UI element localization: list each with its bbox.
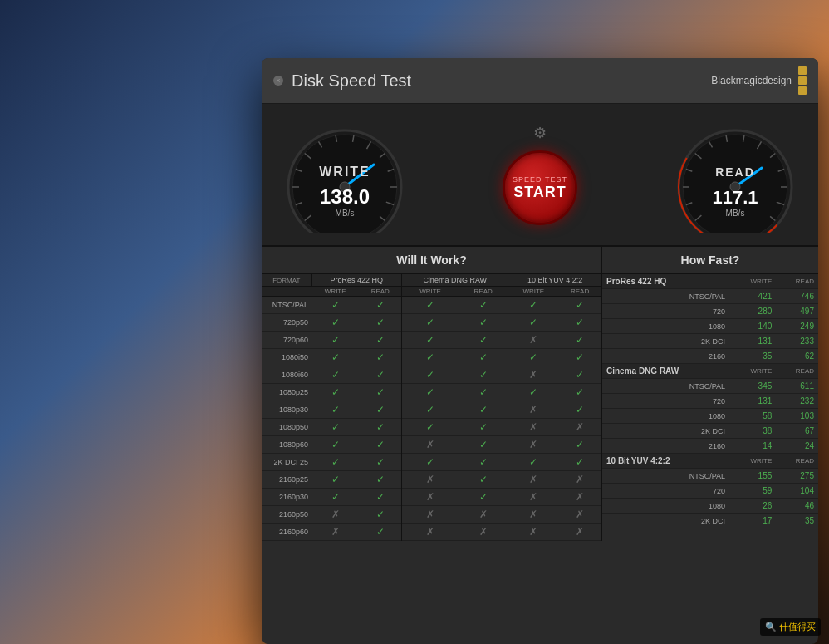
start-button[interactable]: SPEED TEST START <box>503 150 577 225</box>
table-row: NTSC/PAL✓✓✓✓✓✓ <box>262 297 601 314</box>
check-cell: ✓ <box>311 314 359 332</box>
format-label: 1080p50 <box>262 419 311 436</box>
check-cell: ✓ <box>359 454 401 471</box>
check-cell: ✓ <box>311 384 359 401</box>
gauge-section: WRITE 138.0 MB/s ⚙ SPEED TEST START <box>262 104 818 247</box>
hf-write-value: 421 <box>729 289 776 304</box>
check-cell: ✗ <box>558 489 601 506</box>
hf-data-row: NTSC/PAL345611 <box>602 379 818 394</box>
hf-read-value: 275 <box>776 469 818 484</box>
svg-text:MB/s: MB/s <box>336 209 355 218</box>
brand-icon <box>798 66 807 95</box>
hf-row-label: NTSC/PAL <box>602 289 729 304</box>
check-cell: ✗ <box>508 332 558 349</box>
check-cell: ✗ <box>558 524 601 541</box>
check-cell: ✓ <box>459 314 508 332</box>
check-cell: ✗ <box>402 471 459 489</box>
check-cell: ✓ <box>359 489 401 506</box>
format-label: 1080i60 <box>262 366 311 384</box>
start-big-text: START <box>513 184 567 201</box>
check-cell: ✓ <box>459 454 508 471</box>
gauge-middle: ⚙ SPEED TEST START <box>503 124 577 225</box>
format-label: 2160p30 <box>262 489 311 506</box>
check-cell: ✓ <box>558 332 601 349</box>
check-cell: ✓ <box>558 314 601 332</box>
col-format-header: FORMAT <box>262 274 311 287</box>
check-cell: ✓ <box>558 401 601 419</box>
check-cell: ✓ <box>359 314 401 332</box>
hf-read-value: 497 <box>776 304 818 319</box>
format-label: 1080i50 <box>262 349 311 366</box>
check-cell: ✗ <box>402 489 459 506</box>
check-cell: ✓ <box>359 471 401 489</box>
hf-read-value: 249 <box>776 319 818 334</box>
check-cell: ✓ <box>311 489 359 506</box>
hf-data-row: 1080140249 <box>602 319 818 334</box>
check-cell: ✓ <box>311 454 359 471</box>
check-cell: ✓ <box>558 436 601 454</box>
format-label: 1080p25 <box>262 384 311 401</box>
hf-data-row: 720280497 <box>602 304 818 319</box>
check-cell: ✓ <box>508 454 558 471</box>
table-row: 1080p30✓✓✓✓✗✓ <box>262 401 601 419</box>
format-label: 2160p25 <box>262 471 311 489</box>
check-cell: ✓ <box>558 454 601 471</box>
check-cell: ✓ <box>459 419 508 436</box>
check-cell: ✓ <box>359 384 401 401</box>
hf-write-value: 14 <box>729 439 776 454</box>
how-fast-section: How Fast? ProRes 422 HQWRITEREADNTSC/PAL… <box>602 247 818 541</box>
format-label: 1080p60 <box>262 436 311 454</box>
read-gauge: READ 117.1 MB/s <box>669 116 802 233</box>
hf-write-value: 58 <box>729 409 776 424</box>
check-cell: ✗ <box>402 524 459 541</box>
check-cell: ✓ <box>459 471 508 489</box>
hf-data-row: 72059104 <box>602 484 818 499</box>
check-cell: ✓ <box>311 401 359 419</box>
check-cell: ✓ <box>402 297 459 314</box>
hf-row-label: 720 <box>602 484 729 499</box>
will-it-work-section: Will It Work? FORMAT ProRes 422 HQ Cinem… <box>262 247 602 541</box>
check-cell: ✗ <box>459 506 508 524</box>
format-label: 1080p30 <box>262 401 311 419</box>
check-cell: ✓ <box>558 297 601 314</box>
hf-data-row: 10802646 <box>602 499 818 514</box>
format-label: 720p60 <box>262 332 311 349</box>
check-cell: ✗ <box>402 506 459 524</box>
check-cell: ✓ <box>508 384 558 401</box>
svg-text:117.1: 117.1 <box>712 187 758 208</box>
hf-read-value: 232 <box>776 394 818 409</box>
window-title: Disk Speed Test <box>292 71 411 91</box>
hf-data-row: NTSC/PAL421746 <box>602 289 818 304</box>
check-cell: ✓ <box>311 471 359 489</box>
check-cell: ✗ <box>402 436 459 454</box>
watermark-badge: 🔍 什值得买 <box>760 618 821 636</box>
check-cell: ✓ <box>402 349 459 366</box>
check-cell: ✓ <box>558 349 601 366</box>
brand-sq-mid <box>798 76 807 85</box>
check-cell: ✓ <box>359 401 401 419</box>
dng-read-sub: READ <box>459 287 508 297</box>
hf-read-value: 103 <box>776 409 818 424</box>
col-yuv-header: 10 Bit YUV 4:2:2 <box>508 274 601 287</box>
check-cell: ✓ <box>311 436 359 454</box>
check-cell: ✓ <box>402 419 459 436</box>
hf-write-header: WRITE <box>729 274 776 289</box>
hf-write-value: 345 <box>729 379 776 394</box>
check-cell: ✗ <box>311 506 359 524</box>
hf-group-header: ProRes 422 HQWRITEREAD <box>602 274 818 289</box>
hf-write-header: WRITE <box>729 364 776 379</box>
close-label: × <box>276 76 280 85</box>
check-cell: ✗ <box>558 471 601 489</box>
svg-text:READ: READ <box>715 165 755 179</box>
check-cell: ✓ <box>459 384 508 401</box>
table-row: 1080i60✓✓✓✓✗✓ <box>262 366 601 384</box>
hf-read-value: 46 <box>776 499 818 514</box>
close-button[interactable]: × <box>273 76 283 86</box>
format-label: 720p50 <box>262 314 311 332</box>
settings-icon[interactable]: ⚙ <box>533 124 547 142</box>
table-row: 2160p30✓✓✗✓✗✗ <box>262 489 601 506</box>
hf-read-header: READ <box>776 274 818 289</box>
svg-text:138.0: 138.0 <box>320 185 370 208</box>
hf-row-label: 2K DCI <box>602 424 729 439</box>
hf-data-row: 21601424 <box>602 439 818 454</box>
